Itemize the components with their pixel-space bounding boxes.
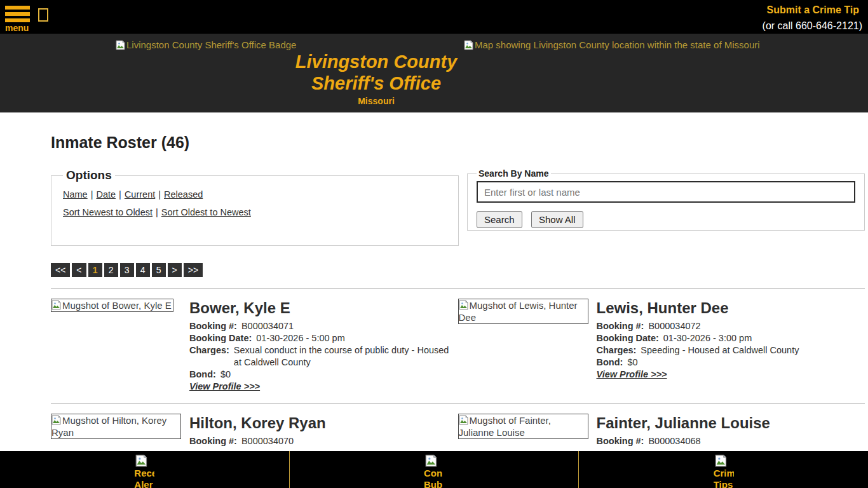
broken-image-icon: [135, 454, 148, 467]
footer-link-label: Aler: [134, 479, 154, 488]
search-legend: Search By Name: [477, 168, 551, 179]
sort-newest-to-oldest-link[interactable]: Sort Newest to Oldest: [63, 207, 153, 217]
bond-label: Bond:: [189, 369, 216, 381]
broken-image-icon: [51, 415, 62, 425]
inmate-card: Mugshot of Hilton, Korey Ryan Hilton, Ko…: [51, 414, 458, 447]
inmate-name: Hilton, Korey Ryan: [189, 414, 458, 431]
inmate-details: Lewis, Hunter Dee Booking #:B000034072 B…: [597, 299, 865, 392]
mugshot-column: Mugshot of Hilton, Korey Ryan: [51, 414, 189, 447]
search-input[interactable]: [477, 181, 855, 203]
inmate-details: Fainter, Julianne Louise Booking #:B0000…: [597, 414, 865, 447]
pagination: <<<12345>>>: [51, 263, 865, 277]
booking-date-label: Booking Date:: [189, 332, 252, 344]
booking-number-label: Booking #:: [189, 320, 237, 332]
pagination-page-5[interactable]: 5: [152, 263, 166, 277]
broken-image-icon: [425, 454, 438, 467]
bond-label: Bond:: [597, 356, 623, 369]
county-map-broken-image: Map showing Livingston County location w…: [464, 39, 760, 50]
inmate-card: Mugshot of Fainter, Julianne Louise Fain…: [458, 414, 865, 447]
mugshot-broken-image[interactable]: Mugshot of Bower, Kyle E: [51, 299, 173, 312]
mugshot-alt-text: Mugshot of Fainter, Julianne Louise: [459, 415, 551, 438]
mugshot-column: Mugshot of Lewis, Hunter Dee: [458, 299, 597, 392]
view-profile-link[interactable]: View Profile >>>: [189, 381, 260, 391]
hamburger-bar: [5, 18, 30, 22]
pagination-page-1[interactable]: 1: [88, 263, 102, 277]
inmate-roster-row: Mugshot of Hilton, Korey Ryan Hilton, Ko…: [51, 403, 865, 447]
mugshot-column: Mugshot of Bower, Kyle E: [51, 299, 189, 392]
inmate-card: Mugshot of Bower, Kyle E Bower, Kyle E B…: [51, 299, 458, 392]
filter-link-name[interactable]: Name: [63, 189, 88, 200]
pagination-next[interactable]: >: [168, 263, 182, 277]
crime-tip-phone: (or call 660-646-2121): [763, 20, 862, 32]
site-header: Livingston County Sheriff's Office Badge…: [0, 34, 868, 112]
footer-link-label: Bub: [424, 479, 444, 488]
sort-oldest-to-newest-link[interactable]: Sort Oldest to Newest: [161, 207, 251, 217]
inmate-details: Bower, Kyle E Booking #:B000034071 Booki…: [189, 299, 458, 392]
menu-label[interactable]: menu: [5, 23, 29, 33]
separator: |: [91, 189, 93, 200]
options-fieldset: Options Name|Date|Current|Released Sort …: [51, 168, 459, 246]
site-title-line2: Sheriff's Office: [240, 72, 513, 94]
booking-number-value: B000034070: [241, 435, 294, 447]
inmate-roster-row: Mugshot of Bower, Kyle E Bower, Kyle E B…: [51, 288, 865, 392]
page-title: Inmate Roster (46): [51, 112, 865, 152]
footer-cell: Con Bub: [290, 451, 580, 488]
broken-image-icon: [459, 300, 469, 310]
pagination-page-2[interactable]: 2: [104, 263, 118, 277]
submit-crime-tip-link[interactable]: Submit a Crime Tip: [766, 4, 859, 16]
footer: Rece Aler Con Bub Crime Tips: [0, 451, 868, 488]
footer-link-crime-tips[interactable]: Crime Tips: [714, 454, 734, 488]
mugshot-alt-text: Mugshot of Bower, Kyle E: [62, 300, 172, 311]
charges-label: Charges:: [597, 344, 637, 356]
booking-number-value: B000034071: [241, 320, 294, 332]
footer-link-label: Crime: [714, 468, 734, 479]
booking-date-value: 01-30-2026 - 3:00 pm: [663, 332, 752, 344]
show-all-button[interactable]: Show All: [531, 211, 583, 228]
footer-cell: Rece Aler: [0, 451, 290, 488]
map-alt-text: Map showing Livingston County location w…: [475, 39, 760, 50]
charges-label: Charges:: [189, 344, 229, 369]
inmate-card: Mugshot of Lewis, Hunter Dee Lewis, Hunt…: [458, 299, 865, 392]
menu-icon[interactable]: [5, 6, 30, 25]
pagination-prev[interactable]: <: [72, 263, 86, 277]
booking-number-value: B000034068: [648, 435, 700, 447]
mugshot-broken-image[interactable]: Mugshot of Lewis, Hunter Dee: [458, 299, 588, 324]
bond-value: $0: [627, 356, 637, 369]
view-profile-link[interactable]: View Profile >>>: [597, 369, 667, 379]
main-content: Inmate Roster (46) Options Name|Date|Cur…: [0, 112, 868, 488]
footer-link-bulletin[interactable]: Con Bub: [424, 454, 444, 488]
hamburger-bar: [5, 6, 30, 10]
search-by-name-fieldset: Search By Name Search Show All: [467, 168, 865, 231]
pagination-page-3[interactable]: 3: [120, 263, 134, 277]
site-title-line1: Livingston County: [240, 51, 513, 72]
top-bar: menu Submit a Crime Tip (or call 660-646…: [0, 0, 868, 34]
mugshot-broken-image[interactable]: Mugshot of Hilton, Korey Ryan: [51, 414, 181, 439]
sheriff-badge-broken-image: Livingston County Sheriff's Office Badge: [116, 39, 296, 50]
pagination-page-4[interactable]: 4: [136, 263, 150, 277]
pagination-last[interactable]: >>: [184, 263, 203, 277]
mugshot-broken-image[interactable]: Mugshot of Fainter, Julianne Louise: [458, 414, 588, 439]
pagination-first[interactable]: <<: [51, 263, 70, 277]
filter-link-released[interactable]: Released: [164, 189, 203, 200]
broken-image-icon: [459, 415, 469, 425]
search-button[interactable]: Search: [477, 211, 522, 228]
filter-link-current[interactable]: Current: [125, 189, 155, 200]
booking-number-label: Booking #:: [597, 320, 644, 332]
footer-link-label: Con: [424, 468, 444, 479]
footer-cell: Crime Tips: [579, 451, 868, 488]
inmate-name: Lewis, Hunter Dee: [597, 299, 865, 316]
inmate-details: Hilton, Korey Ryan Booking #:B000034070: [189, 414, 458, 447]
separator: |: [119, 189, 121, 200]
filter-link-date[interactable]: Date: [96, 189, 116, 200]
mugshot-column: Mugshot of Fainter, Julianne Louise: [458, 414, 597, 447]
inmate-name: Bower, Kyle E: [189, 299, 458, 316]
broken-image-icon: [51, 300, 62, 310]
booking-date-label: Booking Date:: [597, 332, 659, 344]
search-buttons-row: Search Show All: [477, 211, 855, 228]
footer-link-label: Tips: [714, 479, 734, 488]
footer-link-alerts[interactable]: Rece Aler: [134, 454, 154, 488]
broken-image-icon: [464, 40, 474, 50]
booking-number-value: B000034072: [648, 320, 700, 332]
hamburger-bar: [5, 12, 30, 16]
footer-link-label: Rece: [134, 468, 154, 479]
